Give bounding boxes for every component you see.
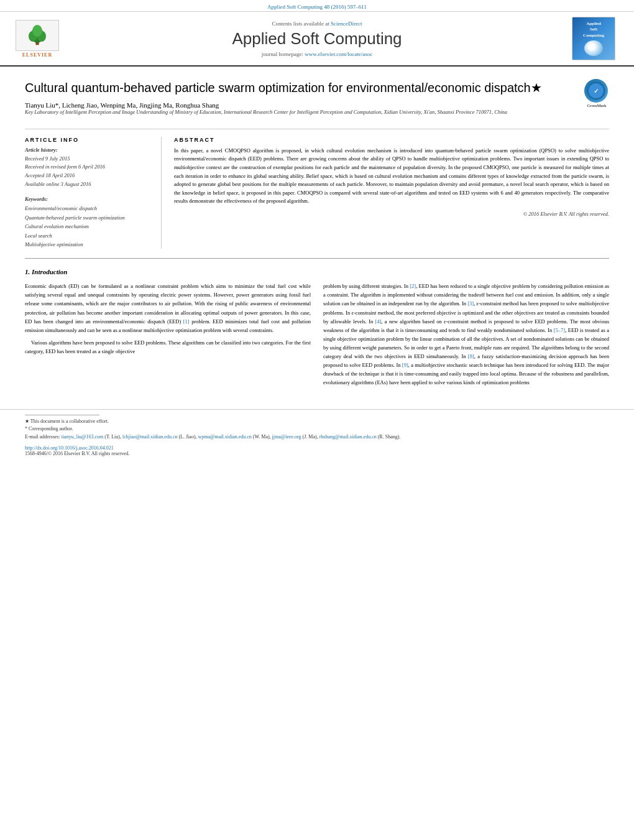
ref-5-7-link[interactable]: [5–7]: [554, 327, 565, 333]
keyword-2: Quantum-behaved particle swarm optimizat…: [25, 213, 152, 222]
ref-8-link[interactable]: [8]: [468, 353, 474, 359]
contents-text: Contents lists available at: [272, 21, 329, 27]
email-lchj[interactable]: lchjiao@mail.xidian.edu.cn: [122, 434, 177, 440]
received-revised-date: Received in revised form 6 April 2016: [25, 163, 152, 172]
intro-left-col: Economic dispatch (ED) can be formulated…: [25, 282, 311, 390]
crossmark-label: CrossMark: [584, 103, 609, 108]
authors-section: Tianyu Liu*, Licheng Jiao, Wenping Ma, J…: [25, 101, 575, 109]
article-info-label: ARTICLE INFO: [25, 137, 152, 143]
doi-line: http://dx.doi.org/10.1016/j.asoc.2016.04…: [25, 445, 609, 451]
email-addresses: tianyu_liu@163.com (T. Liu), lchjiao@mai…: [62, 434, 401, 440]
elsevier-logo-image: [16, 20, 59, 51]
journal-homepage-line: journal homepage: www.elsevier.com/locat…: [62, 51, 572, 57]
available-date: Available online 3 August 2016: [25, 180, 152, 189]
svg-text:✓: ✓: [594, 88, 599, 95]
ref-9-link[interactable]: [9]: [402, 362, 408, 368]
journal-center-header: Contents lists available at ScienceDirec…: [62, 21, 572, 57]
star-footnote: ★ This document is a collaborative effor…: [25, 418, 609, 426]
keywords-label: Keywords:: [25, 196, 152, 202]
intro-left-text: Economic dispatch (ED) can be formulated…: [25, 282, 311, 355]
authors-line: Tianyu Liu*, Licheng Jiao, Wenping Ma, J…: [25, 101, 219, 109]
introduction-body: Economic dispatch (ED) can be formulated…: [25, 282, 609, 390]
logo-line1: Applied: [586, 21, 601, 27]
sciencedirect-link[interactable]: ScienceDirect: [331, 21, 362, 27]
journal-ref-text: Applied Soft Computing 48 (2016) 597–611: [267, 4, 367, 10]
homepage-prefix: journal homepage:: [262, 51, 303, 57]
ref-4-link[interactable]: [4]: [375, 318, 382, 325]
article-history-label: Article history:: [25, 147, 152, 153]
elsevier-label-text: ELSEVIER: [22, 52, 52, 58]
copyright-line: © 2016 Elsevier B.V. All rights reserved…: [174, 211, 609, 217]
intro-number: 1.: [25, 268, 30, 275]
article-content: Cultural quantum-behaved particle swarm …: [0, 67, 634, 403]
crossmark-icon: ✓: [586, 81, 606, 101]
abstract-label: ABSTRACT: [174, 137, 609, 143]
ref-2-link[interactable]: [2]: [410, 283, 416, 289]
section-divider: [25, 258, 609, 259]
article-info-abstract-section: ARTICLE INFO Article history: Received 9…: [25, 137, 609, 249]
affiliation-line: Key Laboratory of Intelligent Perception…: [25, 109, 575, 116]
article-title-section: Cultural quantum-behaved particle swarm …: [25, 79, 609, 129]
title-and-authors: Cultural quantum-behaved particle swarm …: [25, 79, 575, 122]
issn-line: 1568-4946/© 2016 Elsevier B.V. All right…: [25, 451, 609, 456]
email-line: E-mail addresses: tianyu_liu@163.com (T.…: [25, 433, 609, 441]
email-rhshang[interactable]: rhshang@mail.xidian.edu.cn: [319, 434, 377, 440]
article-title: Cultural quantum-behaved particle swarm …: [25, 79, 575, 96]
doi-link[interactable]: http://dx.doi.org/10.1016/j.asoc.2016.04…: [25, 445, 114, 451]
footnote-divider: [25, 415, 99, 415]
keyword-1: Environmental/economic dispatch: [25, 204, 152, 213]
keyword-5: Multiobjective optimization: [25, 240, 152, 249]
elsevier-tree-svg: [22, 24, 53, 46]
intro-title: Introduction: [32, 268, 67, 275]
intro-right-text: problem by using different strategies. I…: [323, 282, 609, 386]
ref-1-link[interactable]: [1]: [183, 318, 190, 325]
accepted-date: Accepted 18 April 2016: [25, 172, 152, 180]
article-info-column: ARTICLE INFO Article history: Received 9…: [25, 137, 162, 249]
abstract-text: In this paper, a novel CMOQPSO algorithm…: [174, 147, 609, 206]
journal-header: ELSEVIER Contents lists available at Sci…: [0, 11, 634, 67]
abstract-column: ABSTRACT In this paper, a novel CMOQPSO …: [174, 137, 609, 249]
page: Applied Soft Computing 48 (2016) 597–611…: [0, 0, 634, 840]
intro-para-1: Economic dispatch (ED) can be formulated…: [25, 282, 311, 334]
email-label: E-mail addresses:: [25, 434, 60, 440]
homepage-url[interactable]: www.elsevier.com/locate/asoc: [305, 51, 372, 57]
elsevier-logo: ELSEVIER: [12, 20, 62, 58]
received-date: Received 9 July 2015: [25, 155, 152, 164]
email-tianyu[interactable]: tianyu_liu@163.com: [62, 434, 104, 440]
ref-3-link[interactable]: [3]: [467, 300, 474, 307]
email-jjma[interactable]: jjma@ieee.org: [272, 434, 301, 440]
logo-line2: Soft: [590, 27, 597, 32]
keyword-3: Cultural evolution mechanism: [25, 222, 152, 231]
footnote-section: ★ This document is a collaborative effor…: [25, 418, 609, 441]
applied-soft-logo: Applied Soft Computing: [572, 17, 615, 60]
svg-point-4: [32, 25, 42, 37]
corresponding-note: * Corresponding author.: [25, 425, 609, 433]
logo-globe: [584, 40, 603, 56]
keywords-section: Keywords: Environmental/economic dispatc…: [25, 196, 152, 249]
crossmark-badge: ✓ CrossMark: [584, 79, 609, 104]
intro-right-col: problem by using different strategies. I…: [323, 282, 609, 390]
crossmark-circle: ✓: [584, 79, 608, 103]
keyword-4: Local search: [25, 231, 152, 240]
email-wpma[interactable]: wpma@mail.xidian.edu.cn: [198, 434, 252, 440]
intro-para-2: Various algorithms have been proposed to…: [25, 338, 311, 356]
contents-available-line: Contents lists available at ScienceDirec…: [62, 21, 572, 27]
journal-reference-bar: Applied Soft Computing 48 (2016) 597–611: [0, 0, 634, 11]
intro-heading: 1. Introduction: [25, 268, 609, 275]
page-footer: ★ This document is a collaborative effor…: [0, 409, 634, 461]
logo-line3: Computing: [583, 33, 604, 39]
intro-right-para-1: problem by using different strategies. I…: [323, 282, 609, 386]
journal-title-text: Applied Soft Computing: [62, 29, 572, 48]
